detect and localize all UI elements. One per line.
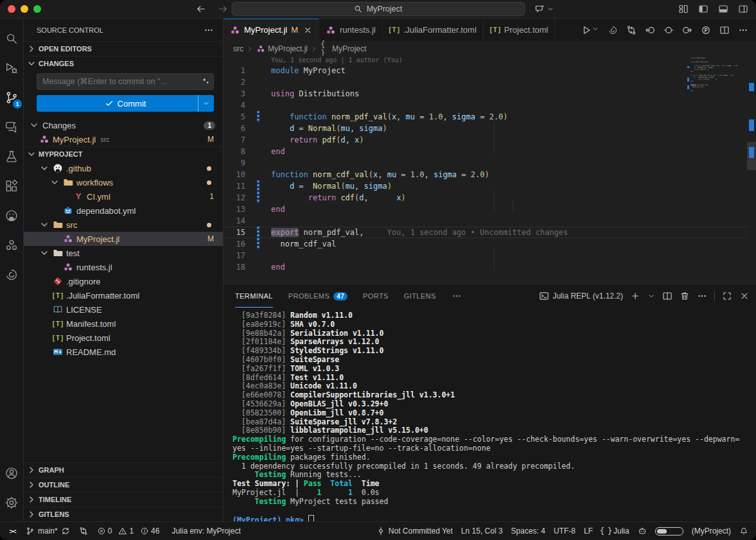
code-line-12[interactable]: 12 return cdf(d, x) [224, 192, 747, 204]
panel-tab-terminal[interactable]: TERMINAL [235, 284, 273, 308]
command-center[interactable]: MyProject [231, 2, 525, 16]
terminal-instance[interactable]: Julia REPL (v1.12.2) [539, 291, 623, 301]
code-line-11[interactable]: 11 d = Normal(mu, sigma) [224, 180, 747, 192]
code-editor[interactable]: You, 1 second ago | 1 author (You) 1modu… [224, 56, 756, 284]
panel-tab-ports[interactable]: PORTS [363, 284, 389, 308]
action-split-editor[interactable] [719, 25, 730, 35]
tree-item-Manifest.toml[interactable]: [T]Manifest.toml [24, 317, 223, 331]
close-window-button[interactable] [8, 5, 15, 13]
terminal-more-icon[interactable] [697, 291, 707, 301]
section-changes[interactable]: CHANGES [24, 56, 223, 71]
tree-item-runtests.jl[interactable]: runtests.jl [24, 260, 223, 274]
overview-ruler[interactable] [747, 56, 756, 284]
code-line-5[interactable]: 5 function norm_pdf_val(x, mu = 1.0, sig… [224, 111, 747, 123]
section-outline[interactable]: OUTLINE [24, 477, 223, 492]
activity-item-testing[interactable] [0, 142, 23, 171]
activity-item-search[interactable] [0, 24, 23, 53]
tree-item-src[interactable]: src [24, 218, 223, 232]
status-problems[interactable]: 0146 [97, 527, 163, 536]
editor-tab-MyProject.jl[interactable]: MyProject.jlM [224, 19, 319, 41]
section-gitlens[interactable]: GITLENS [24, 507, 223, 521]
editor-tab-.JuliaFormatter.toml[interactable]: [T].JuliaFormatter.toml [383, 19, 484, 41]
action-next-change[interactable] [682, 25, 692, 35]
tree-item-MyProject.jl[interactable]: MyProject.jlM [24, 232, 223, 246]
activity-item-accounts[interactable] [0, 458, 23, 488]
action-changes[interactable] [664, 25, 674, 35]
action-more-actions[interactable] [738, 25, 748, 35]
terminal-output[interactable]: [9a3f8284] Random v1.11.0 [ea8e919c] SHA… [224, 308, 756, 521]
activity-item-source-control[interactable]: 1 [0, 83, 23, 112]
action-run-file[interactable] [581, 25, 599, 35]
close-tab-icon[interactable] [303, 26, 312, 35]
breadcrumb-item-src[interactable]: src [233, 44, 243, 53]
panel-tab-gitlens[interactable]: GITLENS [404, 284, 436, 308]
activity-item-settings[interactable] [0, 488, 23, 518]
activity-item-chat[interactable] [0, 112, 23, 142]
code-line-18[interactable]: 18end [224, 261, 747, 273]
toggle-secondary-sidebar-icon[interactable] [738, 4, 748, 14]
action-commit-graph[interactable] [701, 25, 711, 35]
status-remote-indicator[interactable]: >< [8, 527, 17, 536]
breadcrumb-item-MyProject[interactable]: { }MyProject [321, 44, 366, 53]
breadcrumb-item-MyProject.jl[interactable]: MyProject.jl [256, 44, 308, 53]
status-copilot-quota[interactable] [655, 527, 683, 536]
tree-item-test[interactable]: test [24, 246, 223, 260]
status-eol[interactable]: LF [584, 527, 593, 536]
activity-item-julia[interactable] [0, 231, 23, 260]
status-branch-status[interactable]: main* [26, 527, 70, 536]
commit-dropdown[interactable] [198, 95, 214, 112]
more-actions-icon[interactable] [204, 25, 214, 35]
code-line-7[interactable]: 7 return pdf(d, x) [224, 134, 747, 146]
section-graph[interactable]: GRAPH [24, 462, 223, 477]
status-julia-env[interactable]: Julia env: MyProject [171, 527, 240, 536]
tree-item-Project.toml[interactable]: [T]Project.toml [24, 331, 223, 345]
action-gitlens-compare[interactable] [626, 25, 637, 35]
code-line-8[interactable]: 8end [224, 146, 747, 157]
code-line-6[interactable]: 6 d = Normal(mu, sigma) [224, 123, 747, 134]
code-line-14[interactable]: 14 [224, 215, 747, 227]
tree-item-.JuliaFormatter.toml[interactable]: [T].JuliaFormatter.toml [24, 288, 223, 302]
code-line-15[interactable]: 15export norm_pdf_val,You, 1 second ago … [224, 227, 747, 238]
close-panel-icon[interactable] [739, 291, 750, 301]
status-copilot[interactable] [638, 527, 647, 536]
code-line-3[interactable]: 3using Distributions [224, 88, 747, 100]
toggle-sidebar-icon[interactable] [698, 4, 708, 14]
status-gitlens-compare[interactable] [79, 527, 88, 536]
zoom-window-button[interactable] [33, 5, 41, 13]
code-line-16[interactable]: 16 norm_cdf_val [224, 238, 747, 250]
chevron-down-icon[interactable] [647, 292, 655, 300]
section-explorer[interactable]: MYPROJECT [24, 146, 223, 161]
maximize-panel-icon[interactable] [722, 291, 732, 301]
tree-item-.gitignore[interactable]: .gitignore [24, 274, 223, 288]
action-openai-codex[interactable] [608, 25, 618, 35]
tree-item-dependabot.yml[interactable]: dependabot.yml [24, 204, 223, 218]
status-indentation[interactable]: Spaces: 4 [511, 527, 545, 536]
new-terminal-icon[interactable] [630, 291, 640, 301]
forward-icon[interactable] [218, 4, 228, 14]
editor-tab-Project.toml[interactable]: [T]Project.toml [484, 19, 556, 41]
activity-item-run-and-debug[interactable] [0, 53, 23, 83]
tree-item-CI.yml[interactable]: YCI.yml1 [24, 189, 223, 204]
editor-tab-runtests.jl[interactable]: runtests.jl [319, 19, 383, 41]
panel-more-icon[interactable] [452, 291, 462, 301]
tree-item-workflows[interactable]: workflows [24, 175, 223, 189]
minimize-window-button[interactable] [21, 5, 28, 13]
code-line-17[interactable]: 17 [224, 250, 747, 261]
tree-item-README.md[interactable]: README.md [24, 345, 223, 359]
action-previous-change[interactable] [645, 25, 655, 35]
section-timeline[interactable]: TIMELINE [24, 492, 223, 507]
status-project-indicator[interactable]: (MyProject) [692, 527, 731, 536]
kill-terminal-icon[interactable] [680, 291, 690, 301]
activity-item-github[interactable] [0, 201, 23, 231]
tree-item-.github[interactable]: .github [24, 161, 223, 175]
code-line-10[interactable]: 10function norm_cdf_val(x, mu = 1.0, sig… [224, 169, 747, 180]
minimap[interactable]: module MyProject using Distributions fun… [690, 57, 747, 92]
panel-tab-problems[interactable]: PROBLEMS47 [288, 284, 347, 308]
split-terminal-icon[interactable] [662, 291, 672, 301]
code-line-2[interactable]: 2 [224, 76, 747, 88]
activity-item-openai[interactable] [0, 260, 23, 290]
code-line-1[interactable]: 1module MyProject [224, 65, 747, 76]
customize-layout-icon[interactable] [678, 4, 689, 14]
code-line-9[interactable]: 9 [224, 157, 747, 169]
commit-message-input[interactable] [37, 73, 214, 90]
